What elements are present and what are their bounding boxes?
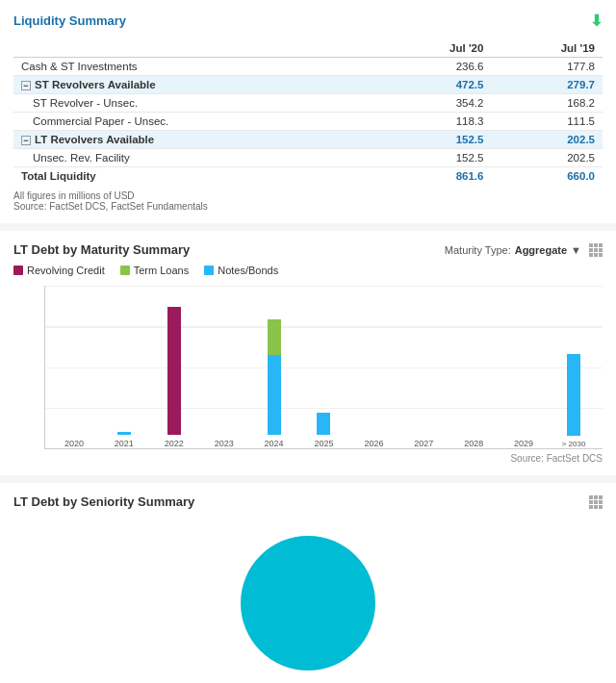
bar-chart: 2020202120222023202420252026202720282029… [44, 286, 603, 449]
bar-stack[interactable] [317, 413, 330, 435]
seniority-grid-icon[interactable] [589, 495, 603, 509]
row-val2: 111.5 [491, 113, 603, 131]
bar-group: 2024 [249, 286, 299, 448]
row-label: ST Revolver - Unsec. [13, 94, 380, 113]
row-val1: 861.6 [380, 167, 492, 186]
chart-legend: Revolving CreditTerm LoansNotes/Bonds [13, 265, 603, 276]
bar-x-label: 2028 [464, 439, 483, 448]
row-val2: 202.5 [491, 149, 603, 167]
footnote-line1: All figures in millions of USD [13, 190, 603, 201]
seniority-section: LT Debt by Seniority Summary Senior Unse… [0, 483, 616, 683]
liquidity-title: Liquidity Summary [13, 13, 126, 28]
col-label-header [13, 39, 380, 58]
bar-notes [317, 413, 330, 435]
bar-group: 2025 [299, 286, 349, 448]
bar-group: 2028 [449, 286, 499, 448]
table-row: Cash & ST Investments236.6177.8 [13, 58, 603, 76]
bar-group: 2029 [499, 286, 549, 448]
liquidity-section: Liquidity Summary ⬇ Jul '20 Jul '19 Cash… [0, 0, 616, 223]
row-val2: 660.0 [491, 167, 603, 186]
legend-color-dot [120, 266, 130, 275]
footnote-line2: Source: FactSet DCS, FactSet Fundamental… [13, 201, 603, 212]
maturity-title: LT Debt by Maturity Summary [13, 242, 190, 257]
table-row: Unsec. Rev. Facility152.5202.5 [13, 149, 603, 167]
table-row: ST Revolver - Unsec.354.2168.2 [13, 94, 603, 113]
row-label: Commercial Paper - Unsec. [13, 113, 380, 131]
legend-color-dot [204, 266, 214, 275]
bar-x-label: > 2030 [562, 440, 586, 448]
bar-group: 2022 [149, 286, 199, 448]
row-label: Cash & ST Investments [13, 58, 380, 76]
legend-label: Term Loans [134, 265, 189, 276]
seniority-title: LT Debt by Seniority Summary [13, 494, 194, 509]
bar-stack[interactable] [167, 307, 181, 435]
bar-x-label: 2023 [215, 439, 234, 448]
maturity-type-value[interactable]: Aggregate [515, 244, 567, 256]
bar-x-label: 2024 [265, 439, 284, 448]
bar-stack[interactable] [117, 432, 131, 435]
bar-x-label: 2025 [314, 439, 333, 448]
bar-x-label: 2026 [364, 439, 383, 448]
row-label: Total Liquidity [13, 167, 380, 186]
table-row: Commercial Paper - Unsec.118.3111.5 [13, 113, 603, 131]
row-val1: 152.5 [380, 131, 492, 149]
maturity-type-label: Maturity Type: Aggregate ▼ [445, 244, 581, 256]
bar-group: 2020 [49, 286, 99, 448]
bar-stack[interactable] [567, 354, 580, 436]
legend-label: Revolving Credit [27, 265, 105, 276]
legend-item: Term Loans [120, 265, 189, 276]
bar-group: > 2030 [549, 286, 599, 448]
bar-x-label: 2021 [115, 439, 134, 448]
row-val2: 202.5 [491, 131, 603, 149]
row-val2: 168.2 [491, 94, 603, 113]
row-label: −ST Revolvers Available [13, 76, 380, 94]
bar-term [268, 319, 281, 355]
row-val1: 152.5 [380, 149, 492, 167]
legend-item: Revolving Credit [13, 265, 105, 276]
seniority-header: LT Debt by Seniority Summary [13, 494, 603, 509]
table-row: −ST Revolvers Available472.5279.7 [13, 76, 603, 94]
liquidity-title-bar: Liquidity Summary ⬇ [13, 12, 603, 30]
bar-group: 2026 [348, 286, 398, 448]
row-label: −LT Revolvers Available [13, 131, 380, 149]
bar-revolving [167, 307, 181, 435]
col-jul19-header: Jul '19 [491, 39, 603, 58]
maturity-chart-header: LT Debt by Maturity Summary Maturity Typ… [13, 242, 603, 257]
table-row: Total Liquidity861.6660.0 [13, 167, 603, 186]
bar-notes [268, 355, 281, 435]
dropdown-arrow-icon[interactable]: ▼ [571, 244, 581, 256]
bar-stack[interactable] [268, 319, 281, 435]
legend-item: Notes/Bonds [204, 265, 278, 276]
footnote: All figures in millions of USD Source: F… [13, 190, 603, 212]
maturity-section: LT Debt by Maturity Summary Maturity Typ… [0, 231, 616, 475]
row-val1: 472.5 [380, 76, 492, 94]
download-icon[interactable]: ⬇ [590, 12, 603, 30]
bar-x-label: 2022 [165, 439, 184, 448]
bar-x-label: 2029 [514, 439, 533, 448]
bar-group: 2023 [199, 286, 249, 448]
row-val1: 118.3 [380, 113, 492, 131]
legend-color-dot [13, 266, 23, 275]
row-val2: 279.7 [491, 76, 603, 94]
collapse-icon[interactable]: − [21, 81, 31, 90]
maturity-controls: Maturity Type: Aggregate ▼ [445, 243, 603, 257]
table-row: −LT Revolvers Available152.5202.5 [13, 131, 603, 149]
row-val1: 236.6 [380, 58, 492, 76]
grid-view-icon[interactable] [589, 243, 603, 257]
maturity-source: Source: FactSet DCS [44, 453, 603, 464]
pie-chart-container: Senior Unsecured(100.00%) [13, 517, 603, 683]
bar-x-label: 2020 [64, 439, 84, 448]
collapse-icon[interactable]: − [21, 136, 31, 145]
row-val1: 354.2 [380, 94, 492, 113]
legend-label: Notes/Bonds [218, 265, 278, 276]
svg-point-0 [241, 536, 375, 670]
bar-group: 2027 [398, 286, 449, 448]
pie-chart [231, 526, 385, 680]
row-label: Unsec. Rev. Facility [13, 149, 380, 167]
liquidity-table: Jul '20 Jul '19 Cash & ST Investments236… [13, 39, 603, 185]
bar-x-label: 2027 [414, 439, 433, 448]
bar-notes [117, 432, 131, 435]
col-jul20-header: Jul '20 [380, 39, 492, 58]
bar-chart-wrapper: 064128192256 202020212022202320242025202… [13, 286, 603, 464]
bar-group: 2021 [99, 286, 149, 448]
